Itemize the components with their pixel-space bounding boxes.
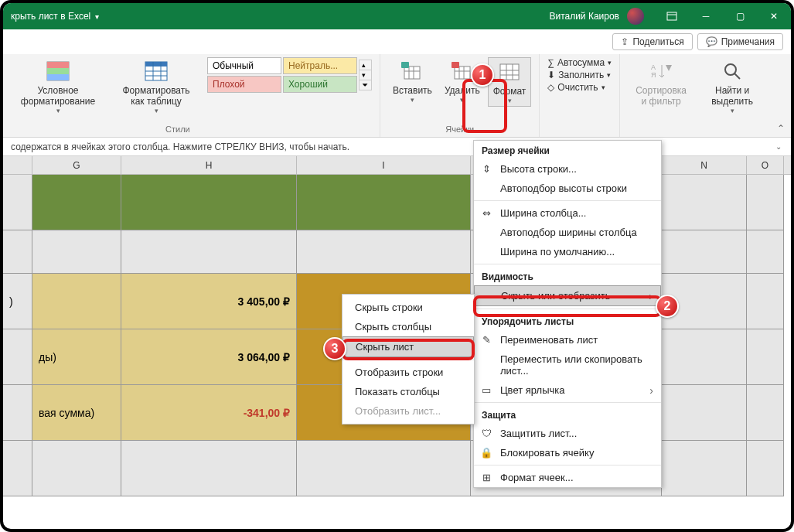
format-as-table-label: Форматировать как таблицу — [118, 85, 195, 107]
fill-button[interactable]: ⬇Заполнить ▾ — [547, 70, 612, 80]
formula-bar-text: содержатся в ячейках этого столбца. Нажм… — [11, 142, 349, 152]
share-button[interactable]: ⇪ Поделиться — [612, 33, 692, 50]
gallery-down-icon[interactable]: ▾ — [360, 70, 371, 80]
cell-label[interactable]: вая сумма) — [32, 385, 121, 441]
submenu-hide-sheet[interactable]: Скрыть лист — [342, 336, 474, 357]
callout-bubble-2: 2 — [656, 295, 679, 318]
gallery-more-icon[interactable]: ⏷ — [360, 80, 371, 90]
format-dropdown-menu: Размер ячейки ⇕Высота строки... Автоподб… — [473, 140, 662, 488]
cell-value[interactable]: 3 405,00 ₽ — [121, 274, 297, 329]
style-bad[interactable]: Плохой — [207, 76, 281, 93]
format-cells-icon: ⊞ — [480, 472, 492, 484]
submenu-unhide-rows[interactable]: Отобразить строки — [342, 363, 474, 382]
delete-label: Удалить — [445, 85, 480, 96]
chevron-down-icon: ▾ — [56, 107, 60, 114]
minimize-icon[interactable]: ─ — [689, 3, 723, 29]
chevron-down-icon: ▾ — [731, 107, 734, 114]
collapse-ribbon-icon[interactable]: ⌃ — [777, 123, 785, 134]
cell-value[interactable]: 3 064,00 ₽ — [121, 329, 297, 385]
conditional-formatting-label: Условное форматирование — [15, 85, 101, 107]
menu-item-hide-unhide[interactable]: Скрыть или отобразить — [474, 285, 661, 306]
fill-down-icon: ⬇ — [547, 70, 555, 80]
col-header-n[interactable]: N — [662, 156, 747, 174]
col-header-i[interactable]: I — [297, 156, 471, 174]
avatar[interactable] — [627, 8, 644, 25]
sort-filter-button[interactable]: AЯ Сортировка и фильтр — [628, 57, 694, 108]
titlebar: крыть лист в Excel ▾ Виталий Каиров ─ ▢ … — [3, 3, 791, 29]
submenu-unhide-cols[interactable]: Показать столбцы — [342, 382, 474, 401]
submenu-hide-rows[interactable]: Скрыть строки — [342, 298, 474, 317]
conditional-formatting-button[interactable]: Условное форматирование ▾ — [11, 57, 105, 116]
document-title: крыть лист в Excel — [11, 11, 90, 22]
chevron-down-icon: ▾ — [155, 107, 158, 114]
tab-color-icon: ▭ — [480, 384, 492, 397]
menu-item-col-width[interactable]: ⇔Ширина столбца... — [474, 203, 661, 223]
menu-section-cell-size: Размер ячейки — [474, 141, 661, 159]
chevron-down-icon: ▾ — [508, 97, 512, 104]
menu-item-row-height[interactable]: ⇕Высота строки... — [474, 159, 661, 179]
callout-bubble-1: 1 — [471, 63, 494, 87]
cells-group-label: Ячейки — [445, 124, 474, 135]
share-icon: ⇪ — [621, 36, 629, 47]
share-bar: ⇪ Поделиться 💬 Примечания — [3, 29, 791, 54]
style-neutral[interactable]: Нейтраль... — [283, 57, 357, 74]
insert-label: Вставить — [393, 85, 432, 96]
username: Виталий Каиров — [549, 11, 627, 22]
chevron-down-icon[interactable]: ▾ — [95, 12, 99, 21]
cell-value[interactable]: -341,00 ₽ — [121, 385, 297, 441]
search-icon — [720, 59, 745, 84]
col-header-g[interactable]: G — [32, 156, 121, 174]
find-select-button[interactable]: Найти и выделить ▾ — [700, 57, 764, 116]
col-width-icon: ⇔ — [480, 207, 492, 220]
insert-button[interactable]: Вставить ▾ — [388, 57, 437, 107]
lock-icon: 🔒 — [480, 447, 492, 459]
close-icon[interactable]: ✕ — [757, 3, 791, 29]
comments-button[interactable]: 💬 Примечания — [697, 33, 783, 50]
chevron-down-icon: ▾ — [411, 96, 414, 104]
eraser-icon: ◇ — [547, 82, 554, 93]
style-good[interactable]: Хороший — [283, 76, 357, 93]
autosum-button[interactable]: ∑Автосумма ▾ — [547, 57, 612, 68]
submenu-hide-cols[interactable]: Скрыть столбцы — [342, 317, 474, 336]
menu-item-protect-sheet[interactable]: 🛡Защитить лист... — [474, 424, 661, 443]
svg-rect-3 — [47, 62, 69, 68]
menu-item-autofit-row[interactable]: Автоподбор высоты строки — [474, 179, 661, 198]
svg-rect-17 — [455, 66, 470, 79]
format-as-table-button[interactable]: Форматировать как таблицу ▾ — [113, 57, 199, 116]
maximize-icon[interactable]: ▢ — [723, 3, 757, 29]
svg-rect-4 — [47, 68, 69, 74]
svg-text:Я: Я — [651, 71, 656, 79]
col-header-stub[interactable] — [3, 156, 32, 174]
sort-filter-icon: AЯ — [649, 59, 673, 84]
format-label: Формат — [493, 86, 526, 97]
cell-styles-gallery[interactable]: Обычный Нейтраль... Плохой Хороший — [207, 57, 357, 93]
ribbon-mode-icon[interactable] — [655, 3, 689, 29]
gallery-up-icon[interactable]: ▴ — [360, 60, 371, 70]
col-header-o[interactable]: O — [747, 156, 784, 174]
menu-item-lock-cell[interactable]: 🔒Блокировать ячейку — [474, 443, 661, 462]
style-normal[interactable]: Обычный — [207, 57, 281, 74]
menu-item-rename-sheet[interactable]: ✎Переименовать лист — [474, 330, 661, 350]
format-as-table-icon — [144, 59, 169, 84]
menu-item-tab-color[interactable]: ▭Цвет ярлычка — [474, 380, 661, 400]
format-button[interactable]: Формат ▾ — [488, 57, 532, 107]
menu-item-move-copy[interactable]: Переместить или скопировать лист... — [474, 350, 661, 380]
share-label: Поделиться — [632, 36, 683, 47]
submenu-unhide-sheet: Отобразить лист... — [342, 401, 474, 421]
chevron-down-icon: ▾ — [460, 96, 464, 104]
formula-bar[interactable]: содержатся в ячейках этого столбца. Нажм… — [3, 138, 791, 156]
find-select-label: Найти и выделить — [705, 85, 759, 107]
col-header-h[interactable]: H — [121, 156, 297, 174]
clear-button[interactable]: ◇Очистить ▾ — [547, 82, 612, 93]
autosum-label: Автосумма — [557, 57, 605, 68]
clear-label: Очистить — [557, 82, 598, 93]
comments-label: Примечания — [721, 36, 775, 47]
cell-label[interactable]: ды) — [32, 329, 121, 385]
svg-rect-22 — [500, 64, 519, 80]
svg-rect-7 — [145, 62, 167, 66]
formula-expand-icon[interactable]: ⌄ — [775, 142, 782, 151]
menu-item-format-cells[interactable]: ⊞Формат ячеек... — [474, 468, 661, 487]
menu-item-default-width[interactable]: Ширина по умолчанию... — [474, 242, 661, 261]
fill-label: Заполнить — [558, 70, 604, 80]
menu-item-autofit-col[interactable]: Автоподбор ширины столбца — [474, 223, 661, 242]
